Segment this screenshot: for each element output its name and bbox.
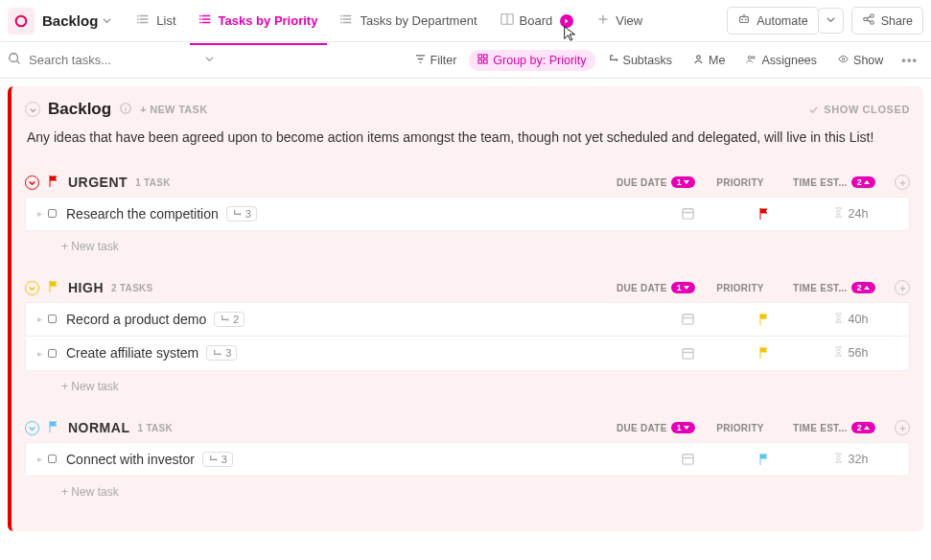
assignees-button[interactable]: Assignees bbox=[737, 50, 826, 71]
priority-group: URGENT 1 TASK DUE DATE 1 PRIORITY TIME E… bbox=[25, 171, 910, 255]
more-menu[interactable]: ••• bbox=[896, 53, 923, 67]
due-date-cell[interactable] bbox=[644, 346, 731, 361]
group-by-button[interactable]: Group by: Priority bbox=[469, 50, 594, 71]
svg-point-12 bbox=[742, 19, 744, 21]
add-view-button[interactable]: View bbox=[587, 7, 652, 35]
svg-point-1 bbox=[137, 15, 139, 17]
task-title-wrap: Connect with investor 3 bbox=[66, 452, 644, 467]
column-header-time-estimate[interactable]: TIME EST... 2 bbox=[781, 422, 887, 433]
svg-rect-18 bbox=[478, 54, 482, 58]
sort-badge: 1 bbox=[671, 282, 695, 293]
add-column-button[interactable]: ＋ bbox=[895, 420, 910, 435]
new-task-button[interactable]: + New task bbox=[25, 372, 910, 395]
view-tab-tasks-by-department[interactable]: Tasks by Department bbox=[331, 7, 486, 35]
view-tab-department-label: Tasks by Department bbox=[360, 13, 477, 28]
automate-button[interactable]: Automate bbox=[727, 7, 819, 35]
main-area: Backlog + NEW TASK SHOW CLOSED Any ideas… bbox=[0, 79, 931, 560]
priority-cell[interactable] bbox=[731, 346, 798, 360]
task-title: Record a product demo bbox=[66, 312, 206, 327]
app-logo[interactable] bbox=[8, 8, 35, 35]
task-row[interactable]: ▸ Research the competition 3 24h bbox=[25, 197, 910, 231]
expand-icon[interactable]: ▸ bbox=[37, 314, 42, 324]
due-date-cell[interactable] bbox=[644, 206, 731, 221]
priority-cell[interactable] bbox=[731, 453, 798, 466]
view-tab-list-label: List bbox=[156, 13, 175, 28]
subtasks-label: Subtasks bbox=[623, 54, 672, 67]
search-icon bbox=[8, 52, 21, 68]
view-tab-list[interactable]: List bbox=[128, 7, 185, 35]
filter-label: Filter bbox=[431, 54, 457, 67]
expand-icon[interactable]: ▸ bbox=[37, 348, 42, 359]
column-header-due-date[interactable]: DUE DATE 1 bbox=[613, 282, 699, 293]
search-dropdown-icon[interactable] bbox=[204, 53, 215, 67]
priority-cell[interactable] bbox=[731, 207, 798, 221]
status-checkbox[interactable] bbox=[48, 315, 57, 323]
search-input[interactable] bbox=[27, 49, 219, 71]
column-header-priority[interactable]: PRIORITY bbox=[707, 177, 774, 188]
me-button[interactable]: Me bbox=[685, 50, 733, 71]
due-date-cell[interactable] bbox=[644, 452, 731, 466]
subtask-count[interactable]: 3 bbox=[226, 206, 257, 222]
new-task-button[interactable]: + New task bbox=[25, 478, 910, 501]
time-estimate-cell[interactable]: 32h bbox=[798, 453, 903, 466]
sort-badge: 1 bbox=[671, 422, 695, 433]
task-row[interactable]: ▸ Record a product demo 2 40h bbox=[25, 302, 910, 337]
time-estimate-cell[interactable]: 24h bbox=[798, 207, 903, 221]
task-row[interactable]: ▸ Create affiliate system 3 56h bbox=[25, 337, 910, 371]
filter-button[interactable]: Filter bbox=[407, 50, 466, 71]
group-count: 2 TASKS bbox=[111, 283, 153, 293]
list-title[interactable]: Backlog bbox=[42, 12, 112, 29]
view-tab-board[interactable]: Board bbox=[491, 7, 584, 35]
new-task-button[interactable]: + New task bbox=[25, 232, 910, 255]
share-icon bbox=[862, 12, 875, 29]
svg-point-8 bbox=[340, 18, 342, 20]
automate-dropdown[interactable] bbox=[818, 8, 844, 34]
svg-point-14 bbox=[863, 17, 867, 21]
expand-icon[interactable]: ▸ bbox=[37, 454, 42, 464]
robot-icon bbox=[737, 12, 751, 29]
list-icon bbox=[340, 12, 354, 29]
svg-rect-11 bbox=[740, 16, 749, 22]
status-checkbox[interactable] bbox=[48, 455, 57, 463]
add-column-button[interactable]: ＋ bbox=[895, 175, 910, 190]
group-collapse-icon[interactable] bbox=[25, 421, 39, 435]
priority-cell[interactable] bbox=[731, 313, 798, 326]
view-tab-tasks-by-priority[interactable]: Tasks by Priority bbox=[190, 7, 328, 35]
expand-icon[interactable]: ▸ bbox=[37, 208, 42, 219]
view-tab-priority-label: Tasks by Priority bbox=[219, 13, 318, 28]
time-estimate-cell[interactable]: 56h bbox=[798, 346, 903, 360]
group-collapse-icon[interactable] bbox=[25, 281, 39, 295]
subtask-count[interactable]: 3 bbox=[206, 345, 237, 361]
add-column-button[interactable]: ＋ bbox=[895, 280, 910, 295]
status-checkbox[interactable] bbox=[48, 349, 57, 358]
status-checkbox[interactable] bbox=[48, 209, 57, 218]
column-header-priority[interactable]: PRIORITY bbox=[707, 423, 774, 433]
new-task-header-button[interactable]: + NEW TASK bbox=[140, 104, 207, 115]
show-button[interactable]: Show bbox=[829, 50, 892, 71]
svg-rect-21 bbox=[484, 59, 488, 63]
info-icon[interactable] bbox=[119, 102, 132, 118]
top-nav: Backlog List Tasks by Priority Tasks by … bbox=[0, 0, 931, 42]
subtask-count[interactable]: 2 bbox=[214, 312, 244, 327]
task-title-wrap: Create affiliate system 3 bbox=[66, 345, 644, 361]
collapse-icon[interactable] bbox=[25, 102, 40, 117]
task-row[interactable]: ▸ Connect with investor 3 32h bbox=[25, 442, 910, 477]
column-header-time-estimate[interactable]: TIME EST... 2 bbox=[781, 282, 887, 293]
due-date-cell[interactable] bbox=[644, 312, 731, 326]
show-closed-label: SHOW CLOSED bbox=[824, 104, 910, 115]
show-label: Show bbox=[853, 54, 883, 67]
column-header-priority[interactable]: PRIORITY bbox=[707, 283, 774, 293]
share-button[interactable]: Share bbox=[851, 7, 923, 35]
sort-badge: 1 bbox=[671, 176, 695, 188]
show-closed-toggle[interactable]: SHOW CLOSED bbox=[808, 104, 910, 115]
column-header-time-estimate[interactable]: TIME EST... 2 bbox=[781, 176, 887, 188]
column-header-due-date[interactable]: DUE DATE 1 bbox=[613, 176, 699, 188]
svg-point-9 bbox=[340, 22, 342, 24]
svg-point-0 bbox=[16, 15, 27, 26]
group-collapse-icon[interactable] bbox=[25, 175, 39, 190]
subtasks-button[interactable]: Subtasks bbox=[599, 50, 681, 71]
subtask-count[interactable]: 3 bbox=[202, 452, 233, 467]
time-estimate-cell[interactable]: 40h bbox=[798, 313, 903, 326]
board-indicator-icon bbox=[560, 14, 573, 28]
column-header-due-date[interactable]: DUE DATE 1 bbox=[613, 422, 699, 433]
